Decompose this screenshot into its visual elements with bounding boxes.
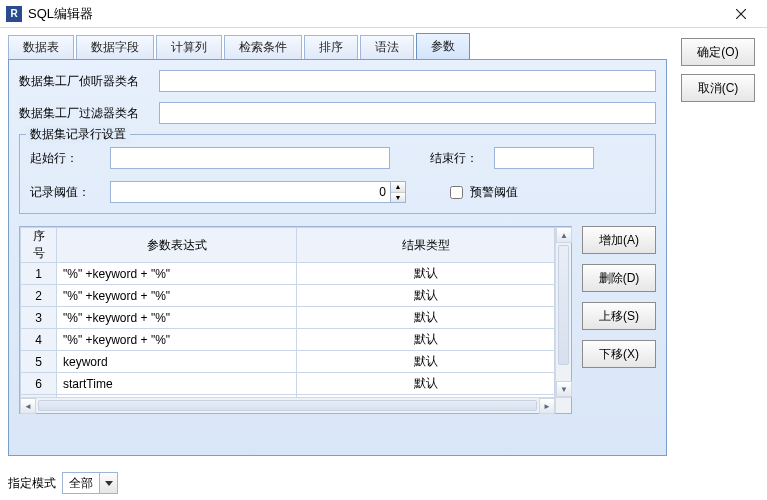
- cell-result[interactable]: 默认: [297, 351, 555, 373]
- cell-index[interactable]: 1: [21, 263, 57, 285]
- tab-params[interactable]: 参数: [416, 33, 470, 59]
- table-row[interactable]: 5keyword默认: [21, 351, 555, 373]
- cancel-button[interactable]: 取消(C): [681, 74, 755, 102]
- cell-expr[interactable]: keyword: [57, 351, 297, 373]
- tab-syntax[interactable]: 语法: [360, 35, 414, 59]
- cell-result[interactable]: 默认: [297, 329, 555, 351]
- col-header-expr[interactable]: 参数表达式: [57, 228, 297, 263]
- footer: 指定模式 全部: [8, 472, 118, 494]
- table-row[interactable]: 2"%" +keyword + "%"默认: [21, 285, 555, 307]
- start-row-label: 起始行：: [30, 150, 110, 167]
- start-row-input[interactable]: [110, 147, 390, 169]
- group-legend: 数据集记录行设置: [26, 126, 130, 143]
- table-row[interactable]: 1"%" +keyword + "%"默认: [21, 263, 555, 285]
- scroll-up-icon[interactable]: ▲: [556, 227, 572, 243]
- window-title: SQL编辑器: [28, 5, 721, 23]
- filter-input[interactable]: [159, 102, 656, 124]
- cell-result[interactable]: 默认: [297, 263, 555, 285]
- tab-calc-columns[interactable]: 计算列: [156, 35, 222, 59]
- scroll-corner: [555, 397, 571, 413]
- vertical-scrollbar[interactable]: ▲ ▼: [555, 227, 571, 397]
- move-up-button[interactable]: 上移(S): [582, 302, 656, 330]
- warn-threshold-checkbox[interactable]: [450, 186, 463, 199]
- cell-index[interactable]: 3: [21, 307, 57, 329]
- mode-combo-value: 全部: [63, 475, 99, 492]
- params-panel: 数据集工厂侦听器类名 数据集工厂过滤器类名 数据集记录行设置 起始行： 结束行：…: [8, 60, 667, 456]
- svg-marker-2: [105, 481, 113, 486]
- cell-expr[interactable]: "%" +keyword + "%": [57, 307, 297, 329]
- table-row[interactable]: 6startTime默认: [21, 373, 555, 395]
- cell-expr[interactable]: "%" +keyword + "%": [57, 285, 297, 307]
- params-grid: 序号 参数表达式 结果类型 1"%" +keyword + "%"默认2"%" …: [19, 226, 572, 414]
- horizontal-scrollbar[interactable]: ◄ ►: [20, 397, 555, 413]
- filter-label: 数据集工厂过滤器类名: [19, 105, 159, 122]
- listener-input[interactable]: [159, 70, 656, 92]
- scroll-right-icon[interactable]: ►: [539, 398, 555, 414]
- tab-sort[interactable]: 排序: [304, 35, 358, 59]
- col-header-result[interactable]: 结果类型: [297, 228, 555, 263]
- cell-result[interactable]: 默认: [297, 285, 555, 307]
- scroll-down-icon[interactable]: ▼: [556, 381, 572, 397]
- cell-expr[interactable]: startTime: [57, 373, 297, 395]
- cell-index[interactable]: 4: [21, 329, 57, 351]
- scroll-thumb-horizontal[interactable]: [38, 400, 537, 411]
- end-row-label: 结束行：: [430, 150, 494, 167]
- cell-index[interactable]: 2: [21, 285, 57, 307]
- cell-index[interactable]: 5: [21, 351, 57, 373]
- scroll-left-icon[interactable]: ◄: [20, 398, 36, 414]
- ok-button[interactable]: 确定(O): [681, 38, 755, 66]
- table-row[interactable]: 4"%" +keyword + "%"默认: [21, 329, 555, 351]
- add-button[interactable]: 增加(A): [582, 226, 656, 254]
- close-icon: [736, 9, 746, 19]
- record-rows-group: 数据集记录行设置 起始行： 结束行： 记录阈值： ▲ ▼ 预警阈: [19, 134, 656, 214]
- warn-threshold-label: 预警阈值: [470, 184, 518, 201]
- close-button[interactable]: [721, 1, 761, 27]
- tab-data-fields[interactable]: 数据字段: [76, 35, 154, 59]
- tab-strip: 数据表 数据字段 计算列 检索条件 排序 语法 参数: [8, 34, 667, 60]
- app-icon: R: [6, 6, 22, 22]
- cell-result[interactable]: 默认: [297, 307, 555, 329]
- threshold-input[interactable]: [110, 181, 390, 203]
- move-down-button[interactable]: 下移(X): [582, 340, 656, 368]
- table-row[interactable]: 3"%" +keyword + "%"默认: [21, 307, 555, 329]
- end-row-input[interactable]: [494, 147, 594, 169]
- delete-button[interactable]: 删除(D): [582, 264, 656, 292]
- listener-label: 数据集工厂侦听器类名: [19, 73, 159, 90]
- scroll-thumb-vertical[interactable]: [558, 245, 569, 365]
- cell-expr[interactable]: "%" +keyword + "%": [57, 263, 297, 285]
- mode-combo[interactable]: 全部: [62, 472, 118, 494]
- threshold-spin-up[interactable]: ▲: [391, 182, 405, 193]
- title-bar: R SQL编辑器: [0, 0, 767, 28]
- tab-search-conditions[interactable]: 检索条件: [224, 35, 302, 59]
- threshold-spin-down[interactable]: ▼: [391, 193, 405, 203]
- tab-data-table[interactable]: 数据表: [8, 35, 74, 59]
- cell-index[interactable]: 6: [21, 373, 57, 395]
- threshold-label: 记录阈值：: [30, 184, 110, 201]
- cell-expr[interactable]: "%" +keyword + "%": [57, 329, 297, 351]
- chevron-down-icon[interactable]: [99, 473, 117, 493]
- col-header-index[interactable]: 序号: [21, 228, 57, 263]
- cell-result[interactable]: 默认: [297, 373, 555, 395]
- mode-label: 指定模式: [8, 475, 56, 492]
